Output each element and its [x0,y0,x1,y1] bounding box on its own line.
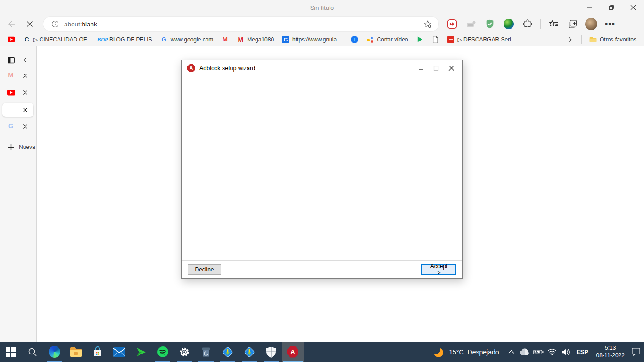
colored-dots-icon [366,36,374,43]
taskbar-downloader1-button[interactable] [217,342,239,362]
bookmark-cortar-video[interactable]: Cortar vídeo [364,35,410,44]
taskbar-green-arrow-app-button[interactable] [130,342,152,362]
bookmark-descargar-series[interactable]: ▷ DESCARGAR Seri... [445,35,517,44]
taskbar-search-button[interactable] [22,342,43,362]
dialog-title: Adblock setup wizard [199,65,255,72]
window-title: Sin título [0,4,644,11]
accept-button[interactable]: Accept > [421,264,456,275]
battery-tray-icon[interactable] [533,347,544,357]
favorites-button[interactable] [546,17,561,31]
weather-condition: Despejado [468,348,499,356]
tab-youtube[interactable] [0,85,37,100]
taskbar-clock[interactable]: 5:13 08-11-2022 [594,345,628,359]
bookmark-gnula[interactable]: G https://www.gnula.... [280,35,345,44]
tab-google[interactable]: G [0,119,37,134]
taskbar-recycle-box-app-button[interactable] [195,342,217,362]
taskbar-spotify-button[interactable] [152,342,173,362]
close-tab-button[interactable] [21,89,29,96]
dialog-minimize-button[interactable] [413,62,429,74]
bookmark-gmail[interactable]: M [219,35,231,44]
bookmarks-divider [581,35,582,44]
restore-icon [609,5,614,10]
mail-icon [113,347,125,357]
fastforward-extension-button[interactable] [445,17,459,31]
start-button[interactable] [0,342,22,362]
action-center-button[interactable] [631,347,641,357]
tab-actions-button[interactable] [7,56,15,64]
gmail-icon: M [221,36,229,43]
dialog-titlebar: A Adblock setup wizard [182,60,462,76]
taskbar-settings-button[interactable] [173,342,195,362]
language-indicator[interactable]: ESP [574,349,590,355]
show-hidden-icons-button[interactable] [506,347,516,357]
site-info-icon[interactable] [50,19,60,29]
battery-charging-icon [533,349,544,355]
idm-extension-button[interactable] [502,17,516,31]
taskbar-adblock-button[interactable]: A [282,342,304,362]
edge-icon [49,346,60,358]
folder-icon [589,36,597,43]
taskbar-store-button[interactable] [87,342,108,362]
microsoft-store-icon [92,346,103,358]
close-tab-button[interactable] [21,72,29,79]
bookmark-facebook[interactable]: f [349,35,360,44]
taskbar-mail-button[interactable] [108,342,130,362]
stop-button[interactable] [22,16,38,32]
wifi-tray-icon[interactable] [547,347,557,357]
clock-date: 08-11-2022 [596,352,625,359]
close-tab-button[interactable] [21,106,29,114]
puzzle-icon [522,19,533,29]
url-scheme: about: [64,21,82,28]
idm-globe-icon [504,19,514,29]
adguard-extension-button[interactable] [483,17,497,31]
close-button[interactable] [622,0,644,15]
adblock-setup-wizard-dialog: A Adblock setup wizard Decline Accept > [181,60,463,279]
tab-active-blank[interactable] [0,102,37,117]
tab-gmail[interactable]: M [0,68,37,83]
bookmark-youtube[interactable] [6,35,17,44]
blue-diamond-download-icon [222,346,234,358]
taskbar-edge-button[interactable] [43,342,65,362]
disabled-extension-button[interactable] [464,17,478,31]
url-host: blank [82,21,97,28]
other-favorites-button[interactable]: Otros favoritos [587,35,638,44]
weather-text: 15°CDespejado [449,348,499,356]
restore-button[interactable] [601,0,622,15]
extensions-menu-button[interactable] [520,17,535,31]
collapse-pane-button[interactable] [21,56,29,64]
bookmark-page[interactable] [429,35,441,44]
profile-button[interactable] [584,17,598,31]
toolbar-divider [540,19,541,29]
close-icon [630,5,636,10]
settings-menu-button[interactable]: ••• [603,17,617,31]
back-button[interactable] [3,16,19,32]
bookmark-green-play[interactable] [414,35,425,44]
taskbar-downloader2-button[interactable] [239,342,260,362]
address-bar[interactable]: about:blank [43,17,438,31]
weather-widget[interactable]: 15°CDespejado [429,346,503,358]
taskbar-defender-button[interactable] [260,342,282,362]
stop-x-icon [26,21,33,27]
recycle-box-icon [200,346,212,358]
minimize-button[interactable] [579,0,601,15]
bookmark-mega1080[interactable]: M Mega1080 [235,35,276,44]
decline-button[interactable]: Decline [188,264,221,275]
collections-button[interactable] [565,17,579,31]
onedrive-tray-icon[interactable] [520,347,530,357]
volume-tray-icon[interactable] [561,347,571,357]
gmail-favicon: M [7,71,15,80]
close-tab-button[interactable] [21,123,29,130]
taskbar-explorer-button[interactable] [65,342,87,362]
new-tab-button[interactable]: Nueva [0,140,37,155]
add-favorite-button[interactable] [421,18,434,30]
dialog-close-button[interactable] [444,62,459,74]
dialog-maximize-button-disabled [429,62,444,74]
youtube-favicon [7,88,15,97]
youtube-icon [8,36,15,43]
dialog-controls [413,60,459,76]
bookmark-google[interactable]: G www.google.com [158,35,215,44]
bookmark-blog-de-pelis[interactable]: BDP BLOG DE PELIS [97,35,154,44]
plus-icon [7,143,15,151]
bookmark-cinecalidad[interactable]: C ▷ CINECALIDAD OF... [21,35,93,44]
bookmarks-overflow-button[interactable] [564,34,576,45]
